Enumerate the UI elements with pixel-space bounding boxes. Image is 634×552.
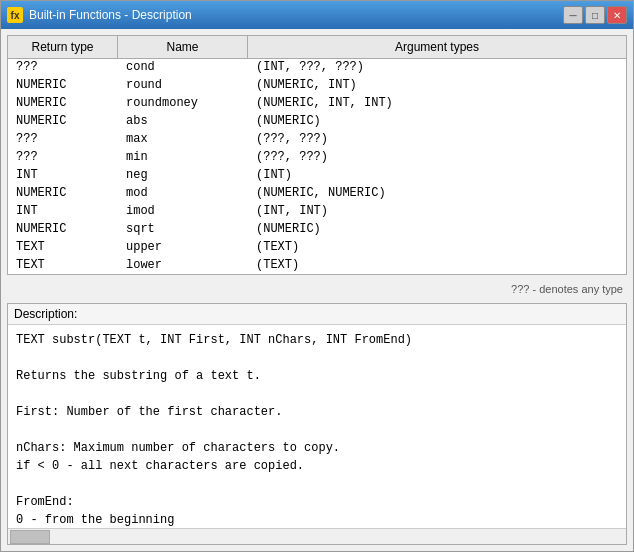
table-body[interactable]: ???cond(INT, ???, ???)NUMERICround(NUMER… <box>8 59 626 274</box>
table-row[interactable]: TEXTupper(TEXT) <box>8 239 626 257</box>
table-row[interactable]: NUMERICsqrt(NUMERIC) <box>8 221 626 239</box>
cell-name: upper <box>118 239 248 257</box>
cell-return-type: ??? <box>8 149 118 167</box>
window-title: Built-in Functions - Description <box>29 8 563 22</box>
table-row[interactable]: INTimod(INT, INT) <box>8 203 626 221</box>
cell-arg-types: (NUMERIC, INT, INT) <box>248 95 626 113</box>
titlebar-buttons: ─ □ ✕ <box>563 6 627 24</box>
cell-name: sqrt <box>118 221 248 239</box>
cell-name: cond <box>118 59 248 77</box>
cell-arg-types: (???, ???) <box>248 149 626 167</box>
cell-return-type: ??? <box>8 59 118 77</box>
cell-return-type: NUMERIC <box>8 77 118 95</box>
table-header: Return type Name Argument types <box>8 36 626 59</box>
cell-return-type: NUMERIC <box>8 113 118 131</box>
cell-return-type: NUMERIC <box>8 95 118 113</box>
cell-name: roundmoney <box>118 95 248 113</box>
hint-row: ??? - denotes any type <box>7 281 627 297</box>
cell-name: round <box>118 77 248 95</box>
table-row[interactable]: INTneg(INT) <box>8 167 626 185</box>
app-icon: fx <box>7 7 23 23</box>
cell-return-type: TEXT <box>8 257 118 274</box>
cell-name: imod <box>118 203 248 221</box>
content-area: Return type Name Argument types ???cond(… <box>1 29 633 551</box>
cell-arg-types: (???, ???) <box>248 131 626 149</box>
cell-name: abs <box>118 113 248 131</box>
cell-arg-types: (TEXT) <box>248 257 626 274</box>
table-row[interactable]: NUMERICabs(NUMERIC) <box>8 113 626 131</box>
cell-return-type: INT <box>8 167 118 185</box>
cell-arg-types: (NUMERIC) <box>248 113 626 131</box>
main-window: fx Built-in Functions - Description ─ □ … <box>0 0 634 552</box>
close-button[interactable]: ✕ <box>607 6 627 24</box>
table-row[interactable]: ???min(???, ???) <box>8 149 626 167</box>
table-row[interactable]: NUMERICround(NUMERIC, INT) <box>8 77 626 95</box>
table-row[interactable]: ???cond(INT, ???, ???) <box>8 59 626 77</box>
titlebar: fx Built-in Functions - Description ─ □ … <box>1 1 633 29</box>
horizontal-scrollbar[interactable] <box>8 528 626 544</box>
cell-arg-types: (TEXT) <box>248 239 626 257</box>
cell-return-type: TEXT <box>8 239 118 257</box>
cell-return-type: ??? <box>8 131 118 149</box>
cell-return-type: NUMERIC <box>8 185 118 203</box>
cell-arg-types: (NUMERIC, NUMERIC) <box>248 185 626 203</box>
cell-arg-types: (INT, ???, ???) <box>248 59 626 77</box>
header-name: Name <box>118 36 248 58</box>
maximize-button[interactable]: □ <box>585 6 605 24</box>
minimize-button[interactable]: ─ <box>563 6 583 24</box>
cell-arg-types: (INT) <box>248 167 626 185</box>
cell-name: lower <box>118 257 248 274</box>
cell-return-type: INT <box>8 203 118 221</box>
cell-name: max <box>118 131 248 149</box>
table-row[interactable]: NUMERICroundmoney(NUMERIC, INT, INT) <box>8 95 626 113</box>
header-argument-types: Argument types <box>248 36 626 58</box>
hint-text: ??? - denotes any type <box>511 283 623 295</box>
description-section: Description: TEXT substr(TEXT t, INT Fir… <box>7 303 627 545</box>
cell-name: min <box>118 149 248 167</box>
cell-return-type: NUMERIC <box>8 221 118 239</box>
table-row[interactable]: TEXTlower(TEXT) <box>8 257 626 274</box>
functions-table-section: Return type Name Argument types ???cond(… <box>7 35 627 275</box>
description-label: Description: <box>8 304 626 325</box>
header-return-type: Return type <box>8 36 118 58</box>
cell-arg-types: (NUMERIC, INT) <box>248 77 626 95</box>
cell-arg-types: (NUMERIC) <box>248 221 626 239</box>
cell-arg-types: (INT, INT) <box>248 203 626 221</box>
table-row[interactable]: NUMERICmod(NUMERIC, NUMERIC) <box>8 185 626 203</box>
cell-name: mod <box>118 185 248 203</box>
scrollbar-thumb[interactable] <box>10 530 50 544</box>
cell-name: neg <box>118 167 248 185</box>
table-row[interactable]: ???max(???, ???) <box>8 131 626 149</box>
description-body[interactable]: TEXT substr(TEXT t, INT First, INT nChar… <box>8 325 626 528</box>
